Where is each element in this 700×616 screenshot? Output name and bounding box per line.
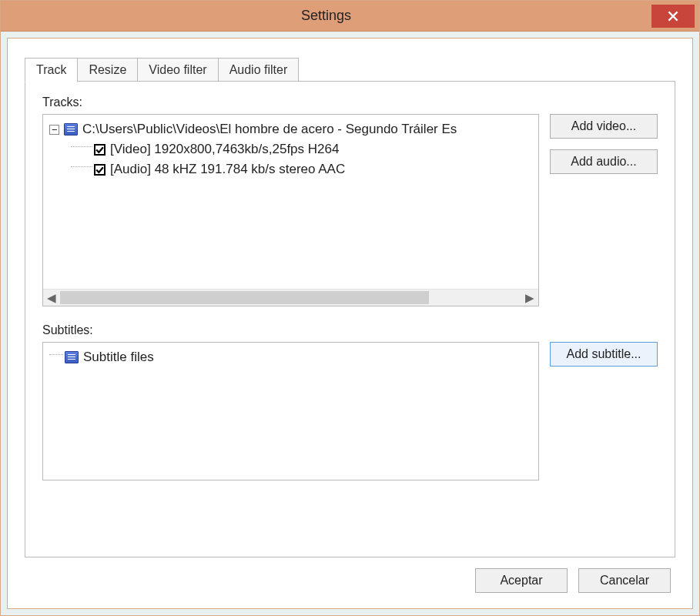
- subtitles-row: Subtitle files Add subtitle...: [42, 342, 658, 480]
- tracks-tree[interactable]: − C:\Users\Public\Videos\El hombre de ac…: [42, 114, 539, 306]
- subtitles-label: Subtitles:: [42, 323, 658, 337]
- tree-root[interactable]: − C:\Users\Public\Videos\El hombre de ac…: [49, 119, 535, 139]
- horizontal-scrollbar[interactable]: ◀ ▶: [43, 289, 538, 306]
- tab-track[interactable]: Track: [25, 58, 78, 82]
- tree-connector-icon: [71, 146, 92, 147]
- checkbox-audio[interactable]: [94, 164, 106, 176]
- file-icon: [65, 351, 79, 363]
- subtitles-root-label: Subtitle files: [83, 350, 154, 365]
- dialog-footer: Aceptar Cancelar: [25, 557, 675, 594]
- ok-button[interactable]: Aceptar: [475, 568, 568, 593]
- scroll-thumb[interactable]: [60, 291, 429, 304]
- tabstrip: Track Resize Video filter Audio filter: [25, 55, 675, 82]
- add-subtitle-button[interactable]: Add subtitle...: [550, 342, 658, 367]
- check-icon: [95, 166, 104, 174]
- close-button[interactable]: [651, 5, 695, 28]
- tracks-row: − C:\Users\Public\Videos\El hombre de ac…: [42, 114, 658, 306]
- file-icon: [64, 123, 78, 136]
- settings-window: Settings Track Resize Video filter Audio…: [0, 0, 700, 616]
- tree-child-video-label: [Video] 1920x800,7463kb/s,25fps H264: [110, 142, 339, 157]
- tree-root-label: C:\Users\Public\Videos\El hombre de acer…: [82, 122, 457, 137]
- tracks-label: Tracks:: [42, 95, 658, 109]
- tree-child-audio-label: [Audio] 48 kHZ 191.784 kb/s stereo AAC: [110, 162, 345, 177]
- subtitles-root[interactable]: Subtitle files: [49, 347, 535, 367]
- tree-connector-icon: [49, 354, 63, 355]
- tree-child-audio[interactable]: [Audio] 48 kHZ 191.784 kb/s stereo AAC: [49, 159, 535, 179]
- tracks-tree-content: − C:\Users\Public\Videos\El hombre de ac…: [43, 115, 538, 289]
- window-title: Settings: [1, 8, 651, 24]
- client-area: Track Resize Video filter Audio filter T…: [7, 38, 693, 609]
- add-audio-button[interactable]: Add audio...: [550, 149, 658, 174]
- tab-audio-filter[interactable]: Audio filter: [218, 58, 300, 82]
- scroll-left-icon[interactable]: ◀: [43, 290, 60, 306]
- scroll-right-icon[interactable]: ▶: [521, 290, 538, 306]
- subtitles-tree[interactable]: Subtitle files: [42, 342, 539, 480]
- check-icon: [95, 146, 104, 154]
- checkbox-video[interactable]: [94, 144, 106, 156]
- tab-resize[interactable]: Resize: [77, 58, 138, 82]
- expander-icon[interactable]: −: [49, 125, 59, 135]
- subtitles-buttons: Add subtitle...: [550, 342, 658, 480]
- add-video-button[interactable]: Add video...: [550, 114, 658, 139]
- tracks-buttons: Add video... Add audio...: [550, 114, 658, 306]
- tabpage-track: Tracks: − C:\Users\Public\Videos\El homb…: [25, 81, 675, 557]
- tree-connector-icon: [71, 166, 92, 167]
- tree-child-video[interactable]: [Video] 1920x800,7463kb/s,25fps H264: [49, 139, 535, 159]
- titlebar: Settings: [1, 1, 699, 32]
- tab-video-filter[interactable]: Video filter: [137, 58, 218, 82]
- cancel-button[interactable]: Cancelar: [578, 568, 671, 593]
- scroll-track[interactable]: [60, 290, 521, 306]
- close-icon: [668, 11, 678, 22]
